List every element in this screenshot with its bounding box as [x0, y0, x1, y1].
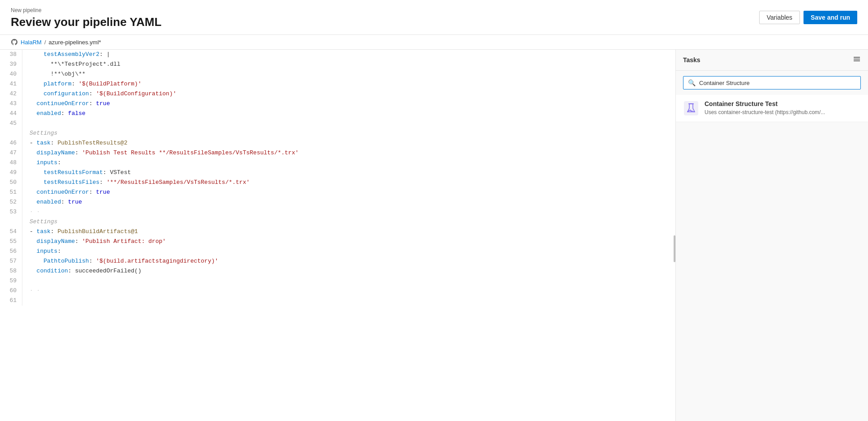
code-content: · ·: [22, 286, 675, 296]
line-number: 46: [0, 138, 22, 148]
code-content: testResultsFiles: '**/ResultsFileSamples…: [22, 178, 675, 187]
table-row: 42 configuration: '$(BuildConfiguration)…: [0, 89, 675, 99]
table-row: 38 testAssemblyVer2: |: [0, 50, 675, 60]
line-number: 57: [0, 256, 22, 266]
variables-button[interactable]: Variables: [759, 11, 800, 24]
line-number: 48: [0, 158, 22, 168]
right-panel: Tasks 🔍: [675, 50, 868, 421]
code-content: testAssemblyVer2: |: [22, 50, 675, 60]
table-row: 45: [0, 119, 675, 128]
breadcrumb-sep: /: [44, 39, 46, 46]
save-and-run-button[interactable]: Save and run: [804, 11, 857, 24]
search-container: 🔍: [676, 71, 868, 95]
line-number: 55: [0, 237, 22, 247]
task-result-item[interactable]: Container Structure Test Uses container-…: [676, 95, 868, 122]
table-row: 48 inputs:: [0, 158, 675, 168]
line-number: 38: [0, 50, 22, 60]
collapse-panel-button[interactable]: [853, 55, 861, 65]
table-row: 60 · ·: [0, 286, 675, 296]
line-number: 59: [0, 276, 22, 286]
breadcrumb-repo[interactable]: HalaRM: [21, 39, 42, 46]
table-row: 46 - task: PublishTestResults@2: [0, 138, 675, 148]
table-row: 55 displayName: 'Publish Artifact: drop': [0, 237, 675, 247]
table-row: 56 inputs:: [0, 247, 675, 256]
table-row: 44 enabled: false: [0, 109, 675, 119]
breadcrumb: HalaRM / azure-pipelines.yml*: [0, 35, 868, 50]
table-row: 57 PathtoPublish: '$(build.artifactstagi…: [0, 256, 675, 266]
table-row: 54 - task: PublishBuildArtifacts@1: [0, 227, 675, 237]
line-number: 54: [0, 227, 22, 237]
line-number: 42: [0, 89, 22, 99]
tasks-title: Tasks: [683, 56, 700, 64]
code-content: platform: '$(BuildPlatform)': [22, 79, 675, 89]
line-number: [0, 128, 22, 138]
svg-rect-3: [684, 101, 698, 115]
table-row: Settings: [0, 217, 675, 227]
search-icon: 🔍: [688, 79, 696, 86]
code-content: configuration: '$(BuildConfiguration)': [22, 89, 675, 99]
tasks-search-input[interactable]: [699, 80, 856, 86]
line-number: 41: [0, 79, 22, 89]
table-row: 47 displayName: 'Publish Test Results **…: [0, 148, 675, 158]
code-content: displayName: 'Publish Artifact: drop': [22, 237, 675, 247]
settings-label: Settings: [22, 128, 675, 138]
task-name: Container Structure Test: [705, 100, 861, 107]
task-description: Uses container-structure-test (https://g…: [705, 109, 861, 116]
line-number: 39: [0, 60, 22, 69]
table-row: 51 continueOnError: true: [0, 187, 675, 197]
task-icon: [683, 100, 699, 116]
table-row: 41 platform: '$(BuildPlatform)': [0, 79, 675, 89]
line-number: 51: [0, 187, 22, 197]
search-box[interactable]: 🔍: [683, 76, 861, 89]
code-content: - task: PublishTestResults@2: [22, 138, 675, 148]
line-number: 47: [0, 148, 22, 158]
table-row: 61: [0, 296, 675, 306]
code-content: continueOnError: true: [22, 187, 675, 197]
line-number: 43: [0, 99, 22, 109]
table-row: 59: [0, 276, 675, 286]
code-content: PathtoPublish: '$(build.artifactstagingd…: [22, 256, 675, 266]
svg-rect-2: [854, 60, 860, 61]
table-row: 39 **\*TestProject*.dll: [0, 60, 675, 69]
line-number: 61: [0, 296, 22, 306]
repo-icon: [11, 38, 18, 46]
tasks-header: Tasks: [676, 50, 868, 71]
code-content: · ·: [22, 207, 675, 217]
table-row: 50 testResultsFiles: '**/ResultsFileSamp…: [0, 178, 675, 187]
code-content: enabled: true: [22, 197, 675, 207]
line-number: 49: [0, 168, 22, 178]
table-row: Settings: [0, 128, 675, 138]
page-title: Review your pipeline YAML: [11, 15, 857, 29]
table-row: 58 condition: succeededOrFailed(): [0, 266, 675, 276]
line-number: 60: [0, 286, 22, 296]
code-content: continueOnError: true: [22, 99, 675, 109]
code-content: [22, 119, 675, 128]
code-content: enabled: false: [22, 109, 675, 119]
settings-label: Settings: [22, 217, 675, 227]
table-row: 40 !**\obj\**: [0, 69, 675, 79]
main-content: 38 testAssemblyVer2: | 39 **\*TestProjec…: [0, 50, 868, 421]
code-content: inputs:: [22, 247, 675, 256]
code-content: [22, 296, 675, 306]
code-content: **\*TestProject*.dll: [22, 60, 675, 69]
code-content: displayName: 'Publish Test Results **/Re…: [22, 148, 675, 158]
svg-rect-0: [854, 57, 860, 58]
header-actions: Variables Save and run: [759, 11, 857, 24]
scrollbar-marker[interactable]: [674, 235, 675, 262]
code-editor[interactable]: 38 testAssemblyVer2: | 39 **\*TestProjec…: [0, 50, 675, 421]
code-content: inputs:: [22, 158, 675, 168]
table-row: 53 · ·: [0, 207, 675, 217]
svg-point-4: [690, 110, 691, 111]
code-content: condition: succeededOrFailed(): [22, 266, 675, 276]
line-number: 52: [0, 197, 22, 207]
line-number: 56: [0, 247, 22, 256]
line-number: 45: [0, 119, 22, 128]
new-pipeline-label: New pipeline: [11, 7, 857, 13]
code-content: [22, 276, 675, 286]
code-content: !**\obj\**: [22, 69, 675, 79]
line-number: 58: [0, 266, 22, 276]
svg-point-5: [692, 110, 692, 111]
table-row: 52 enabled: true: [0, 197, 675, 207]
line-number: [0, 217, 22, 227]
task-info: Container Structure Test Uses container-…: [705, 100, 861, 116]
